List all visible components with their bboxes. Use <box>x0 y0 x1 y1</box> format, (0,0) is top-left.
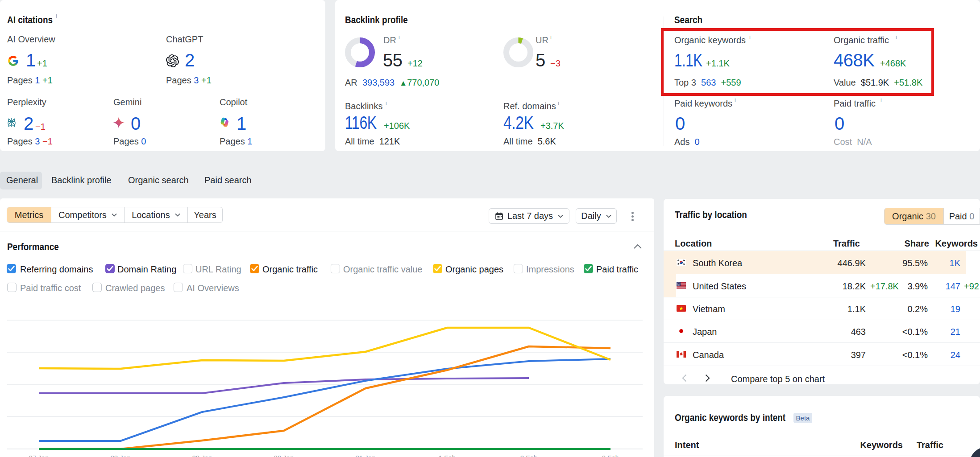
svg-text:3 Feb: 3 Feb <box>602 454 619 457</box>
svg-text:29 Jan: 29 Jan <box>192 454 212 457</box>
svg-text:27 Jan: 27 Jan <box>29 454 49 457</box>
svg-text:1 Feb: 1 Feb <box>439 454 456 457</box>
svg-text:30 Jan: 30 Jan <box>274 454 294 457</box>
svg-text:31 Jan: 31 Jan <box>355 454 375 457</box>
svg-text:28 Jan: 28 Jan <box>110 454 130 457</box>
svg-text:2 Feb: 2 Feb <box>520 454 537 457</box>
